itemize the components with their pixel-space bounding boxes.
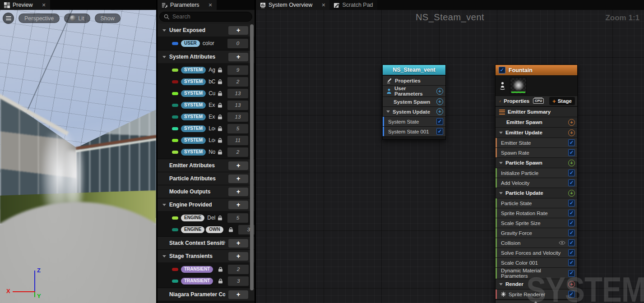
add-module-icon[interactable]: + — [568, 281, 575, 288]
parameter-row[interactable]: TRANSIENT Si 3 — [158, 275, 255, 287]
parameter-section-header[interactable]: Particle Attributes + — [158, 172, 255, 185]
module-enabled-checkbox[interactable]: ✓ — [568, 170, 575, 176]
parameter-section-header[interactable]: Engine Provided + — [158, 198, 255, 211]
add-module-icon[interactable]: + — [568, 190, 575, 197]
add-stage-button[interactable]: +Stage — [549, 97, 575, 105]
add-parameter-button[interactable]: + — [228, 174, 248, 183]
module-enabled-checkbox[interactable]: ✓ — [568, 179, 575, 186]
add-parameter-button[interactable]: + — [228, 201, 248, 209]
module-enabled-checkbox[interactable]: ✓ — [568, 220, 575, 226]
show-button[interactable]: Show — [95, 14, 120, 23]
add-parameter-button[interactable]: + — [228, 26, 248, 35]
module-enabled-checkbox[interactable]: ✓ — [568, 149, 575, 156]
tab-parameters[interactable]: Parameters ✕ — [158, 0, 217, 10]
add-module-icon[interactable]: + — [568, 129, 575, 136]
parameter-section-header[interactable]: Emitter Attributes + — [158, 159, 255, 172]
preview-viewport[interactable]: Perspective Lit Show Z X Y — [0, 10, 156, 303]
emitter-stage-row[interactable]: Render + — [496, 279, 577, 289]
system-node-row[interactable]: User Parameters + — [383, 86, 445, 96]
emitter-enabled-checkbox[interactable]: ✓ — [499, 67, 505, 73]
system-node-header[interactable]: NS_Steam_vent — [383, 65, 445, 75]
add-parameter-button[interactable]: + — [228, 239, 248, 248]
module-row[interactable]: Particle State ✓ — [496, 198, 577, 208]
eye-icon[interactable] — [559, 241, 565, 245]
emitter-collapse-button[interactable] — [496, 300, 577, 303]
module-enabled-checkbox[interactable]: ✓ — [568, 139, 575, 146]
module-enabled-checkbox[interactable]: ✓ — [568, 270, 575, 277]
add-parameter-button[interactable]: + — [228, 53, 248, 61]
parameter-row[interactable]: SYSTEM Norr 2 — [158, 146, 255, 158]
parameter-row[interactable]: ENGINE Delta 5 — [158, 212, 255, 224]
parameter-row[interactable]: TRANSIENT Fi 2 — [158, 263, 255, 275]
module-enabled-checkbox[interactable]: ✓ — [568, 291, 575, 298]
add-module-icon[interactable]: + — [436, 108, 443, 115]
system-node-row[interactable]: System Update + — [383, 107, 445, 116]
close-icon[interactable]: ✕ — [208, 2, 213, 8]
emitter-thumbnail[interactable] — [510, 78, 527, 94]
add-module-icon[interactable]: + — [436, 98, 443, 105]
module-enabled-checkbox[interactable]: ✓ — [568, 200, 575, 207]
parameter-section-header[interactable]: User Exposed + — [158, 24, 255, 37]
module-row[interactable]: Scale Color 001 ✓ — [496, 258, 577, 267]
close-icon[interactable]: ✕ — [42, 2, 46, 8]
tab-scratch-pad[interactable]: Scratch Pad — [329, 0, 377, 10]
emitter-stage-row[interactable]: Particle Update + — [496, 188, 577, 198]
add-module-icon[interactable]: + — [568, 119, 575, 126]
module-enabled-checkbox[interactable]: ✓ — [436, 118, 443, 125]
module-row[interactable]: Initialize Particle ✓ — [496, 168, 577, 178]
module-enabled-checkbox[interactable]: ✓ — [568, 239, 575, 246]
emitter-node-header[interactable]: ✓ Fountain — [496, 65, 577, 76]
module-row[interactable]: Sprite Renderer ✓ — [496, 289, 577, 299]
system-node[interactable]: NS_Steam_vent Properties User Parameters… — [382, 64, 446, 140]
tab-preview[interactable]: Preview ✕ — [0, 0, 50, 10]
module-enabled-checkbox[interactable]: ✓ — [568, 210, 575, 216]
add-module-icon[interactable]: + — [436, 88, 443, 95]
emitter-properties-row[interactable]: Properties CPU +Stage — [496, 96, 577, 106]
module-row[interactable]: Scale Sprite Size ✓ — [496, 218, 577, 228]
module-row[interactable]: Emitter State ✓ — [496, 138, 577, 147]
parameter-row[interactable]: SYSTEM Cur 13 — [158, 87, 255, 99]
add-parameter-button[interactable]: + — [228, 252, 248, 261]
parameter-section-header[interactable]: Stage Transients + — [158, 250, 255, 262]
emitter-node[interactable]: ✓ Fountain Properties CPU — [495, 64, 578, 303]
scrollbar-thumb[interactable] — [250, 24, 254, 290]
parameter-section-header[interactable]: System Attributes + — [158, 50, 255, 63]
lit-button[interactable]: Lit — [64, 14, 90, 23]
parameter-row[interactable]: SYSTEM Exe 13 — [158, 111, 255, 123]
module-enabled-checkbox[interactable]: ✓ — [568, 259, 575, 266]
close-icon[interactable]: ✕ — [321, 2, 325, 8]
system-node-row[interactable]: System State 001 ✓ — [383, 127, 445, 136]
module-row[interactable]: Spawn Rate ✓ — [496, 148, 577, 157]
system-node-row[interactable]: System Spawn + — [383, 97, 445, 106]
add-module-icon[interactable]: + — [568, 160, 575, 166]
search-input[interactable] — [172, 14, 248, 20]
graph-canvas[interactable]: NS_Steam_vent Zoom 1:1 NS_Steam_vent Pro… — [256, 10, 644, 303]
module-enabled-checkbox[interactable]: ✓ — [568, 249, 575, 256]
parameter-row[interactable]: SYSTEM Loop 5 — [158, 123, 255, 134]
emitter-stage-row[interactable]: Emitter Spawn + — [496, 117, 577, 127]
parameter-row[interactable]: ENGINEOWN 3 — [158, 224, 255, 235]
parameter-section-header[interactable]: Module Outputs + — [158, 185, 255, 198]
add-parameter-button[interactable]: + — [228, 188, 248, 196]
parameter-row[interactable]: USER color 0 — [158, 37, 255, 49]
parameter-row[interactable]: SYSTEM Exe 13 — [158, 99, 255, 111]
module-enabled-checkbox[interactable]: ✓ — [436, 128, 443, 135]
module-row[interactable]: Collision ✓ — [496, 238, 577, 248]
system-node-row[interactable]: Properties — [383, 76, 445, 85]
parameter-row[interactable]: SYSTEM Age 9 — [158, 64, 255, 76]
parameter-section-header[interactable]: Niagara Parameter Collect + — [158, 288, 255, 301]
perspective-button[interactable]: Perspective — [19, 14, 60, 23]
emitter-summary-row[interactable]: Emitter Summary — [496, 107, 577, 117]
system-node-row[interactable]: System State ✓ — [383, 117, 445, 126]
tab-system-overview[interactable]: System Overview ✕ — [256, 0, 329, 10]
module-row[interactable]: Sprite Rotation Rate ✓ — [496, 208, 577, 218]
module-row[interactable]: Gravity Force ✓ — [496, 228, 577, 238]
emitter-stage-row[interactable]: Emitter Update + — [496, 128, 577, 138]
parameter-row[interactable]: SYSTEM bCor 2 — [158, 76, 255, 87]
emitter-stage-row[interactable]: Particle Spawn + — [496, 158, 577, 168]
add-parameter-button[interactable]: + — [228, 161, 248, 170]
parameter-row[interactable]: SYSTEM Loc 11 — [158, 134, 255, 146]
module-enabled-checkbox[interactable]: ✓ — [568, 230, 575, 236]
parameter-section-header[interactable]: Stack Context Sensitive + — [158, 237, 255, 249]
viewport-menu-button[interactable] — [3, 13, 14, 24]
